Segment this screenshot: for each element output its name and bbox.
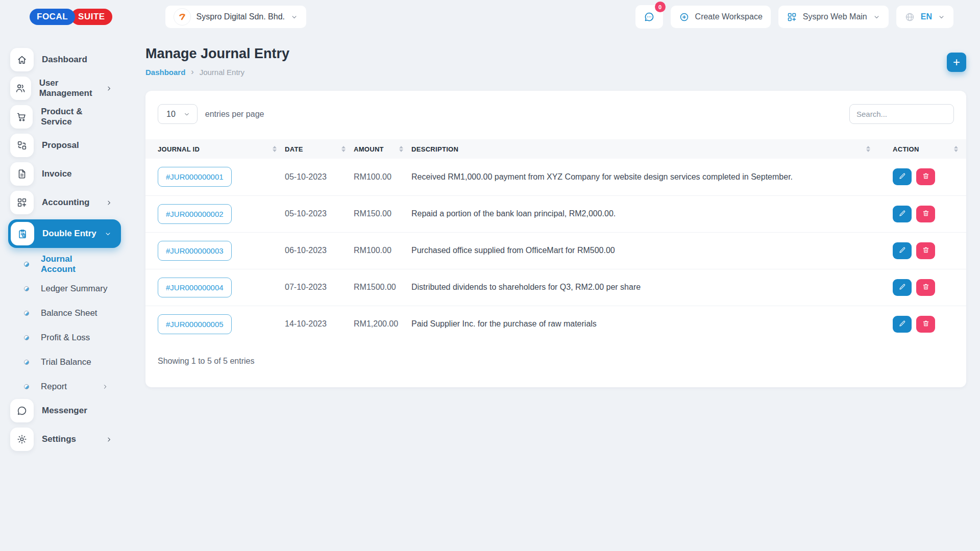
bullet-icon [24, 262, 29, 267]
delete-button[interactable] [916, 316, 935, 333]
sidebar-item-proposal[interactable]: Proposal [10, 134, 125, 157]
sidebar-item-label: Accounting [42, 197, 90, 208]
bullet-icon [24, 360, 29, 365]
journal-table: JOURNAL IDDATEAMOUNTDESCRIPTIONACTION #J… [145, 139, 966, 342]
description-cell: Paid Supplier Inc. for the purchase of r… [411, 306, 878, 342]
journal-table-card: 10 entries per page JOURNAL IDDATEAMOUNT… [145, 91, 966, 387]
chevron-down-icon [938, 13, 945, 21]
chevron-down-icon [873, 13, 880, 21]
sidebar-item-user-management[interactable]: User Management [10, 77, 125, 100]
sidebar-subitem-label: Balance Sheet [41, 308, 97, 318]
chevron-down-icon [290, 13, 298, 21]
sidebar-item-label: User Management [39, 78, 105, 98]
sidebar-subitem-label: Journal Account [41, 254, 109, 274]
company-selector[interactable]: Syspro Digital Sdn. Bhd. [165, 6, 306, 28]
column-label: DESCRIPTION [411, 145, 458, 153]
sidebar-subitem-profit-loss[interactable]: Profit & Loss [10, 325, 125, 350]
edit-button[interactable] [893, 168, 912, 185]
breadcrumb-current: Journal Entry [200, 68, 244, 77]
sidebar-subitem-balance-sheet[interactable]: Balance Sheet [10, 301, 125, 325]
description-cell: Received RM1,000.00 payment from XYZ Com… [411, 159, 878, 195]
sidebar-subitem-journal-account[interactable]: Journal Account [10, 252, 125, 277]
column-header-action[interactable]: ACTION [878, 139, 966, 159]
edit-button[interactable] [893, 206, 912, 222]
journal-row: #JUR00000000105-10-2023RM100.00Received … [145, 159, 966, 195]
focal-suite-logo[interactable]: FOCALSUITE [30, 9, 112, 25]
breadcrumb-dashboard-link[interactable]: Dashboard [145, 68, 185, 77]
search-input[interactable] [849, 104, 954, 124]
column-header-description[interactable]: DESCRIPTION [411, 139, 878, 159]
sidebar-item-label: Settings [42, 434, 76, 444]
journal-id-link[interactable]: #JUR000000004 [158, 278, 232, 297]
file-icon [10, 162, 34, 186]
entries-per-page-select[interactable]: 10 [158, 104, 198, 124]
column-header-journal-id[interactable]: JOURNAL ID [145, 139, 285, 159]
edit-button[interactable] [893, 242, 912, 259]
journal-row: #JUR00000000407-10-2023RM1500.00Distribu… [145, 269, 966, 306]
notification-badge: 0 [655, 2, 666, 12]
globe-icon [904, 12, 915, 22]
chevron-down-icon [183, 111, 190, 118]
sidebar-subitem-ledger-summary[interactable]: Ledger Summary [10, 277, 125, 301]
sidebar-item-label: Double Entry [42, 229, 96, 239]
messages-button[interactable]: 0 [635, 5, 663, 29]
delete-button[interactable] [916, 168, 935, 185]
sidebar-subitem-label: Profit & Loss [41, 333, 90, 343]
bullet-icon [24, 384, 29, 389]
main-content: Manage Journal Entry Dashboard › Journal… [125, 29, 980, 456]
sort-icon[interactable] [399, 146, 403, 152]
sidebar-item-dashboard[interactable]: Dashboard [10, 48, 125, 71]
chevron-right-icon [105, 199, 113, 207]
date-cell: 05-10-2023 [285, 159, 354, 195]
date-cell: 07-10-2023 [285, 269, 354, 306]
sidebar-item-invoice[interactable]: Invoice [10, 162, 125, 186]
sidebar-item-accounting[interactable]: Accounting [10, 191, 125, 214]
create-workspace-button[interactable]: Create Workspace [671, 6, 771, 28]
amount-cell: RM1500.00 [354, 269, 411, 306]
sort-icon[interactable] [273, 146, 277, 152]
sidebar-item-settings[interactable]: Settings [10, 428, 125, 451]
chevron-right-icon [102, 383, 109, 390]
edit-button[interactable] [893, 279, 912, 296]
journal-id-link[interactable]: #JUR000000003 [158, 241, 232, 261]
sort-icon[interactable] [341, 146, 346, 152]
description-cell: Purchased office supplied from OfficeMar… [411, 232, 878, 269]
pencil-icon [898, 319, 906, 329]
logo-focal: FOCAL [30, 9, 75, 25]
journal-id-link[interactable]: #JUR000000001 [158, 167, 232, 187]
create-workspace-label: Create Workspace [695, 12, 763, 21]
amount-cell: RM150.00 [354, 195, 411, 232]
delete-button[interactable] [916, 242, 935, 259]
pencil-icon [898, 172, 906, 182]
add-journal-entry-button[interactable]: + [947, 53, 966, 72]
edit-button[interactable] [893, 316, 912, 333]
language-selector[interactable]: EN [896, 6, 953, 28]
message-icon [10, 399, 34, 422]
sidebar-item-label: Messenger [42, 406, 87, 416]
sort-icon[interactable] [866, 146, 870, 152]
column-header-date[interactable]: DATE [285, 139, 354, 159]
sidebar-item-double-entry[interactable]: Double Entry [8, 219, 121, 248]
column-header-amount[interactable]: AMOUNT [354, 139, 411, 159]
trash-icon [922, 172, 930, 182]
grid-plus-icon [787, 12, 797, 22]
sidebar-subitem-label: Report [41, 382, 67, 392]
delete-button[interactable] [916, 279, 935, 296]
sidebar-subitem-report[interactable]: Report [10, 374, 125, 399]
trash-icon [922, 209, 930, 219]
users-icon [10, 77, 31, 100]
circle-plus-icon [679, 12, 690, 22]
sidebar-subitem-trial-balance[interactable]: Trial Balance [10, 350, 125, 374]
journal-id-link[interactable]: #JUR000000005 [158, 314, 232, 334]
amount-cell: RM1,200.00 [354, 306, 411, 342]
workspace-switcher[interactable]: Syspro Web Main [778, 6, 889, 28]
chevron-right-icon [105, 85, 113, 92]
journal-id-link[interactable]: #JUR000000002 [158, 204, 232, 224]
pencil-icon [898, 283, 906, 292]
sidebar-item-product-service[interactable]: Product & Service [10, 105, 125, 129]
sidebar-item-messenger[interactable]: Messenger [10, 399, 125, 422]
amount-cell: RM100.00 [354, 159, 411, 195]
sort-icon[interactable] [954, 146, 958, 152]
delete-button[interactable] [916, 206, 935, 222]
column-label: DATE [285, 145, 303, 153]
